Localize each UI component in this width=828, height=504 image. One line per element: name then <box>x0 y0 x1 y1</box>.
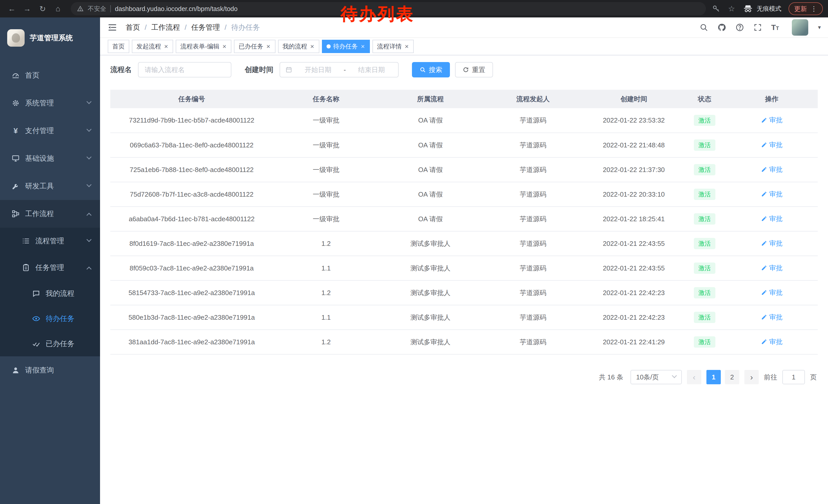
sidebar-item[interactable]: 已办任务 <box>0 331 100 356</box>
process-name: 测试多审批人 <box>379 330 482 354</box>
sidebar-item[interactable]: 系统管理 <box>0 89 100 117</box>
approve-link[interactable]: 审批 <box>761 313 783 322</box>
total-count: 共 16 条 <box>599 373 623 382</box>
page-button[interactable]: 1 <box>706 370 721 384</box>
prev-page-button[interactable]: ‹ <box>687 370 701 384</box>
process-name: OA 请假 <box>379 207 482 231</box>
help-icon[interactable] <box>735 23 744 32</box>
process-name-label: 流程名 <box>110 65 132 75</box>
sidebar-item[interactable]: 工作流程 <box>0 200 100 228</box>
sidebar-toggle-icon[interactable] <box>107 22 118 33</box>
status-badge: 激活 <box>694 263 715 274</box>
breadcrumb-item: 待办任务 <box>231 22 260 32</box>
process-name: OA 请假 <box>379 133 482 157</box>
sidebar-item[interactable]: 基础设施 <box>0 145 100 172</box>
sidebar-item[interactable]: 首页 <box>0 61 100 89</box>
breadcrumb-item[interactable]: 工作流程 <box>151 22 180 32</box>
tab-close-icon[interactable]: × <box>164 43 169 50</box>
sidebar-item[interactable]: 我的流程 <box>0 281 100 306</box>
sidebar-item[interactable]: 研发工具 <box>0 172 100 200</box>
sidebar-item-label: 流程管理 <box>35 236 64 246</box>
goto-page-input[interactable] <box>782 370 805 384</box>
tab[interactable]: 待办任务× <box>322 40 370 53</box>
table-row: 58154733-7ac8-11ec-a9e2-a2380e71991a1.2测… <box>110 280 818 305</box>
status-badge: 激活 <box>694 312 715 323</box>
create-time: 2022-01-21 22:43:55 <box>584 256 683 280</box>
table-row: 73211d9d-7b9b-11ec-b5b7-acde48001122一级审批… <box>110 108 818 133</box>
reset-button[interactable]: 重置 <box>455 62 493 78</box>
page-button[interactable]: 2 <box>725 370 739 384</box>
back-icon[interactable]: ← <box>5 2 18 15</box>
tab-close-icon[interactable]: × <box>222 43 227 50</box>
update-button[interactable]: 更新 ⋮ <box>788 2 823 15</box>
approve-link[interactable]: 审批 <box>761 190 783 199</box>
process-name: 测试多审批人 <box>379 280 482 305</box>
app-logo-row[interactable]: 芋道管理系统 <box>0 17 100 58</box>
sidebar-item[interactable]: 任务管理 <box>0 254 100 281</box>
breadcrumb-item[interactable]: 首页 <box>126 22 140 32</box>
approve-link[interactable]: 审批 <box>761 239 783 248</box>
tab[interactable]: 已办任务× <box>234 40 275 53</box>
bookmark-star-icon[interactable]: ☆ <box>728 5 736 13</box>
tab-close-icon[interactable]: × <box>266 43 271 50</box>
tab-close-icon[interactable]: × <box>310 43 315 50</box>
user-icon <box>11 366 20 374</box>
user-avatar[interactable] <box>792 19 808 36</box>
approve-link[interactable]: 审批 <box>761 264 783 273</box>
tab[interactable]: 我的流程× <box>278 40 319 53</box>
approve-link[interactable]: 审批 <box>761 288 783 297</box>
search-button[interactable]: 搜索 <box>412 62 450 78</box>
process-name-input[interactable] <box>138 62 232 78</box>
tab-close-icon[interactable]: × <box>360 43 365 50</box>
process-starter: 芋道源码 <box>482 256 584 280</box>
breadcrumb-item[interactable]: 任务管理 <box>191 22 220 32</box>
tab[interactable]: 流程表单-编辑× <box>176 40 232 53</box>
tab-label: 发起流程 <box>136 42 161 50</box>
status-badge: 激活 <box>694 164 715 175</box>
sidebar-menu: 首页系统管理¥支付管理基础设施研发工具工作流程流程管理任务管理我的流程待办任务已… <box>0 58 100 384</box>
fullscreen-icon[interactable] <box>753 23 762 32</box>
approve-link[interactable]: 审批 <box>761 214 783 223</box>
sidebar-item-label: 工作流程 <box>25 209 54 219</box>
home-icon[interactable]: ⌂ <box>51 2 65 15</box>
reload-icon[interactable]: ↻ <box>36 2 49 15</box>
table-row: 725a1eb6-7b88-11ec-8ef0-acde48001122一级审批… <box>110 157 818 182</box>
address-bar[interactable]: 不安全 dashboard.yudao.iocoder.cn/bpm/task/… <box>71 2 706 15</box>
github-icon[interactable] <box>717 23 727 32</box>
start-date-placeholder[interactable]: 开始日期 <box>296 65 340 74</box>
reset-button-label: 重置 <box>472 65 485 74</box>
tab-label: 首页 <box>112 42 125 50</box>
next-page-button[interactable]: › <box>744 370 759 384</box>
key-icon[interactable] <box>712 5 720 13</box>
create-time: 2022-01-22 18:25:41 <box>584 207 683 231</box>
page-size-select[interactable]: 10条/页 <box>630 370 682 384</box>
sidebar-item[interactable]: 流程管理 <box>0 228 100 254</box>
sidebar-item[interactable]: 待办任务 <box>0 306 100 331</box>
tab-close-icon[interactable]: × <box>404 43 409 50</box>
date-range-picker[interactable]: 开始日期 - 结束日期 <box>280 62 399 78</box>
process-name: 测试多审批人 <box>379 305 482 330</box>
approve-link[interactable]: 审批 <box>761 337 783 346</box>
tab[interactable]: 流程详情× <box>372 40 414 53</box>
avatar-caret-icon[interactable]: ▾ <box>818 24 821 31</box>
approve-link[interactable]: 审批 <box>761 116 783 125</box>
content-area: 流程名 创建时间 开始日期 - 结束日期 搜索 重置 <box>100 55 828 504</box>
approve-link[interactable]: 审批 <box>761 165 783 174</box>
browser-menu-icon[interactable]: ⋮ <box>811 5 817 13</box>
search-icon[interactable] <box>699 23 708 32</box>
approve-link[interactable]: 审批 <box>761 140 783 149</box>
process-starter: 芋道源码 <box>482 108 584 133</box>
tabbar: 首页发起流程×流程表单-编辑×已办任务×我的流程×待办任务×流程详情× <box>100 38 828 55</box>
sidebar-item[interactable]: 请假查询 <box>0 356 100 384</box>
tab[interactable]: 发起流程× <box>132 40 173 53</box>
sidebar-item[interactable]: ¥支付管理 <box>0 117 100 145</box>
font-size-icon[interactable]: TT <box>771 23 779 32</box>
task-name: 一级审批 <box>273 108 379 133</box>
page-size-value: 10条/页 <box>636 373 659 382</box>
end-date-placeholder[interactable]: 结束日期 <box>350 65 393 74</box>
top-navbar: 首页/工作流程/任务管理/待办任务 TT ▾ <box>100 17 828 38</box>
tab[interactable]: 首页 <box>108 40 129 53</box>
forward-icon[interactable]: → <box>20 2 34 15</box>
task-name: 一级审批 <box>273 133 379 157</box>
task-name: 一级审批 <box>273 182 379 207</box>
